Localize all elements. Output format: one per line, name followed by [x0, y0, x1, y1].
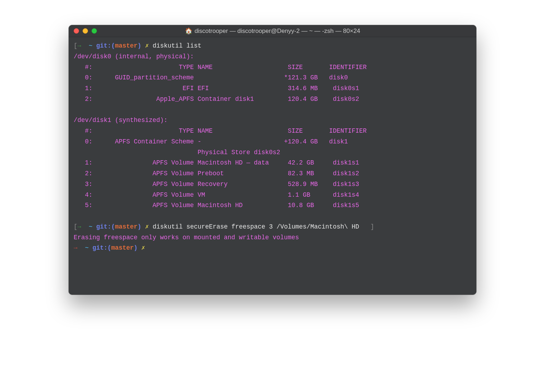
table-row: 0: APFS Container Scheme - +120.4 GB dis…	[74, 137, 471, 147]
table-row: 2: APFS Volume Preboot 82.3 MB disk1s2	[74, 168, 471, 179]
command-2: diskutil secureErase freespace 3 /Volume…	[153, 223, 359, 230]
git-label: git:(	[96, 223, 115, 230]
terminal-window: 🏠 discotrooper — discotrooper@Denyy-2 — …	[69, 25, 476, 295]
git-label: git:(	[96, 42, 115, 49]
prompt-arrow-icon: →	[78, 223, 82, 230]
table-row: 5: APFS Volume Macintosh HD 10.8 GB disk…	[74, 200, 471, 211]
git-branch: master	[115, 223, 138, 230]
table-row: 0: GUID_partition_scheme *121.3 GB disk0	[74, 73, 471, 83]
git-branch: master	[111, 244, 134, 251]
git-label: git:(	[93, 244, 112, 251]
blank-line	[74, 105, 471, 116]
error-output: Erasing freespace only works on mounted …	[74, 232, 471, 243]
prompt-line-2: [→ ~ git:(master) ✗ diskutil secureErase…	[74, 222, 471, 232]
table-row: 1: APFS Volume Macintosh HD — data 42.2 …	[74, 158, 471, 168]
table-row: 3: APFS Volume Recovery 528.9 MB disk1s3	[74, 179, 471, 190]
prompt-line-1: [→ ~ git:(master) ✗ diskutil list	[74, 41, 471, 52]
table-row: 4: APFS Volume VM 1.1 GB disk1s4	[74, 190, 471, 201]
zoom-icon[interactable]	[92, 28, 97, 34]
window-title: 🏠 discotrooper — discotrooper@Denyy-2 — …	[73, 27, 472, 35]
home-icon: 🏠	[185, 27, 192, 35]
prompt-arrow-icon: →	[78, 42, 82, 49]
dirty-icon: ✗	[141, 244, 145, 251]
table-header: #: TYPE NAME SIZE IDENTIFIER	[74, 126, 471, 137]
traffic-lights	[74, 28, 97, 34]
dirty-icon: ✗	[145, 223, 149, 230]
prompt-line-3[interactable]: → ~ git:(master) ✗	[74, 243, 471, 254]
minimize-icon[interactable]	[83, 28, 88, 34]
title-text: discotrooper — discotrooper@Denyy-2 — ~ …	[195, 28, 360, 35]
prompt-arrow-error-icon: →	[74, 244, 78, 251]
disk1-header: /dev/disk1 (synthesized):	[74, 115, 471, 126]
blank-line	[74, 211, 471, 222]
disk0-header: /dev/disk0 (internal, physical):	[74, 52, 471, 62]
terminal-body[interactable]: [→ ~ git:(master) ✗ diskutil list/dev/di…	[69, 37, 476, 295]
table-row-sub: Physical Store disk0s2	[74, 147, 471, 158]
close-icon[interactable]	[74, 28, 79, 34]
table-row: 1: EFI EFI 314.6 MB disk0s1	[74, 83, 471, 94]
prompt-cwd: ~	[85, 244, 89, 251]
titlebar[interactable]: 🏠 discotrooper — discotrooper@Denyy-2 — …	[69, 25, 476, 37]
prompt-cwd: ~	[89, 223, 93, 230]
table-header: #: TYPE NAME SIZE IDENTIFIER	[74, 62, 471, 73]
table-row: 2: Apple_APFS Container disk1 120.4 GB d…	[74, 94, 471, 105]
dirty-icon: ✗	[145, 42, 149, 49]
git-branch: master	[115, 42, 138, 49]
command-1: diskutil list	[153, 42, 202, 49]
prompt-cwd: ~	[89, 42, 93, 49]
